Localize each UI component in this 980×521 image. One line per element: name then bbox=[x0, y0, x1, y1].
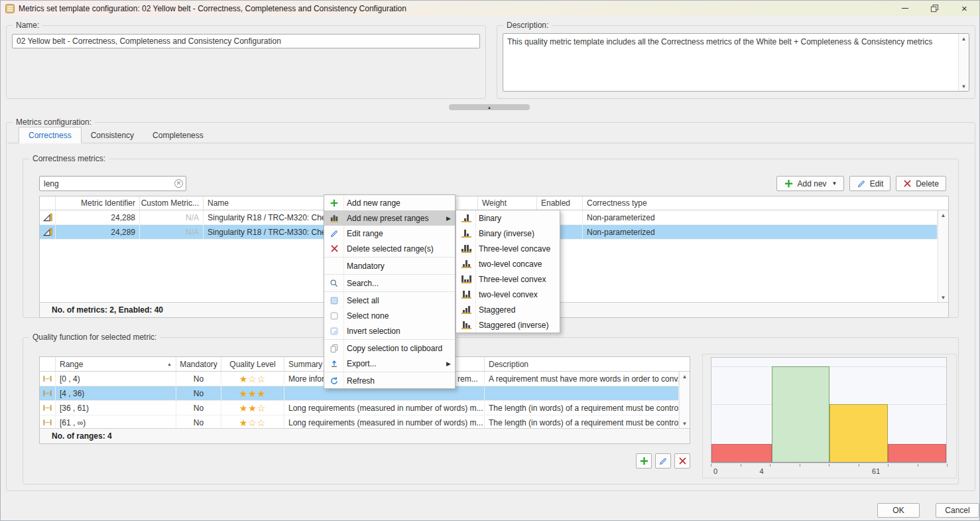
chart-tick bbox=[888, 464, 888, 467]
metrics-col-enabled[interactable]: Enabled bbox=[537, 196, 583, 210]
clear-search-icon[interactable]: ✕ bbox=[174, 179, 183, 188]
description-value: A requirement must have more words in or… bbox=[485, 372, 679, 386]
metrics-col-correctness-type[interactable]: Correctness type bbox=[583, 196, 948, 210]
metrics-table-scrollbar[interactable]: ▲ ▼ bbox=[938, 210, 948, 302]
scroll-up-icon[interactable]: ▲ bbox=[680, 372, 690, 381]
quality-col-quality-level[interactable]: Quality Level bbox=[221, 357, 284, 371]
metrics-col-metric-identifier[interactable]: Metric Identifier bbox=[56, 196, 140, 210]
description-value: The length (in words) of a requirement m… bbox=[485, 401, 679, 415]
quality-col-range[interactable]: Range▲ bbox=[56, 357, 176, 371]
submenu-item-binary[interactable]: Binary bbox=[456, 210, 560, 226]
quality-col-mandatory[interactable]: Mandatory bbox=[176, 357, 221, 371]
description-scrollbar[interactable]: ▲ ▼ bbox=[958, 34, 969, 91]
metrics-search-box: ✕ bbox=[39, 176, 186, 191]
cross-icon bbox=[328, 244, 341, 253]
magnifier-icon bbox=[328, 279, 341, 288]
menu-item-add-new-preset-ranges[interactable]: Add new preset ranges▶ bbox=[324, 210, 455, 226]
submenu-item-three-level-concave[interactable]: Three-level concave bbox=[456, 241, 560, 256]
quality-col-description[interactable]: Description bbox=[485, 357, 690, 371]
metrics-col-icon[interactable] bbox=[40, 196, 56, 210]
description-textarea[interactable]: This quality metric template includes al… bbox=[503, 33, 969, 92]
edit-range-button[interactable] bbox=[655, 453, 671, 469]
menu-item-mandatory[interactable]: Mandatory bbox=[324, 258, 455, 273]
tab-strip: CorrectnessConsistencyCompleteness bbox=[7, 127, 974, 143]
name-input[interactable] bbox=[12, 34, 480, 48]
quality-range-row[interactable]: [61 , ∞)No★☆☆Long requirements (measured… bbox=[40, 415, 679, 428]
menu-item-label: Export... bbox=[347, 359, 377, 368]
menu-item-copy-selection-to-clipboard[interactable]: Copy selection to clipboard bbox=[324, 340, 455, 356]
close-button[interactable]: × bbox=[949, 1, 979, 16]
name-group: Name: bbox=[6, 25, 486, 99]
menu-item-delete-selected-range-s[interactable]: Delete selected range(s) bbox=[324, 241, 455, 256]
metrics-table-header: Metric Identifier Custom Metric... Name … bbox=[40, 196, 948, 210]
quality-function-group: Quality function for selected metric: Ra… bbox=[23, 337, 959, 484]
invert-icon bbox=[328, 327, 341, 336]
menu-item-export[interactable]: Export...▶ bbox=[324, 356, 455, 371]
menu-item-search[interactable]: Search... bbox=[324, 275, 455, 291]
tab-correctness[interactable]: Correctness bbox=[19, 127, 82, 143]
menu-item-select-none[interactable]: Select none bbox=[324, 308, 455, 323]
quality-level-stars: ★★★ bbox=[221, 386, 284, 400]
scroll-up-icon[interactable]: ▲ bbox=[959, 34, 969, 43]
submenu-item-two-level-concave[interactable]: two-level concave bbox=[456, 256, 560, 271]
chart-tick bbox=[741, 464, 741, 467]
metrics-col-custom-metric[interactable]: Custom Metric... bbox=[140, 196, 204, 210]
ok-button[interactable]: OK bbox=[877, 503, 920, 518]
staggered-chart-icon bbox=[459, 305, 473, 314]
metric-identifier: 24,289 bbox=[56, 225, 140, 239]
submenu-item-label: Binary bbox=[479, 214, 501, 223]
scroll-up-icon[interactable]: ▲ bbox=[938, 210, 948, 220]
correctness-metrics-label: Correctness metrics: bbox=[29, 154, 109, 163]
menu-separator bbox=[324, 339, 455, 340]
chart-tick bbox=[829, 464, 829, 467]
minimize-button[interactable] bbox=[890, 1, 920, 16]
edit-label: Edit bbox=[870, 179, 884, 188]
metric-identifier: 24,288 bbox=[56, 210, 140, 224]
menu-item-edit-range[interactable]: Edit range bbox=[324, 226, 455, 241]
cancel-button[interactable]: Cancel bbox=[936, 503, 979, 518]
menu-item-label: Edit range bbox=[347, 229, 383, 238]
quality-col-icon[interactable] bbox=[40, 357, 56, 371]
range-value: [0 , 4) bbox=[56, 372, 176, 386]
two-level-convex-chart-icon bbox=[459, 290, 473, 299]
summary-value: Long requirements (measured in number of… bbox=[284, 401, 485, 415]
quality-table-scrollbar[interactable]: ▲ ▼ bbox=[679, 372, 690, 428]
quality-table-footer: No. of ranges: 4 bbox=[40, 428, 690, 443]
menu-item-select-all[interactable]: Select all bbox=[324, 293, 455, 308]
scroll-down-icon[interactable]: ▼ bbox=[959, 82, 969, 91]
add-range-button[interactable] bbox=[636, 453, 652, 469]
tab-consistency[interactable]: Consistency bbox=[82, 127, 143, 143]
metrics-col-weight[interactable]: Weight bbox=[478, 196, 537, 210]
menu-item-invert-selection[interactable]: Invert selection bbox=[324, 323, 455, 338]
restore-button[interactable] bbox=[920, 1, 949, 16]
range-icon bbox=[40, 386, 56, 400]
description-group-label: Description: bbox=[503, 21, 552, 30]
delete-range-button[interactable] bbox=[674, 453, 690, 469]
mandatory-value: No bbox=[176, 372, 221, 386]
metrics-configuration-label: Metrics configuration: bbox=[13, 117, 95, 127]
submenu-item-staggered[interactable]: Staggered bbox=[456, 302, 560, 317]
chart-tick bbox=[770, 464, 770, 467]
chart-bar-4-36 bbox=[772, 366, 829, 463]
splitter-handle[interactable]: ▲ bbox=[449, 104, 530, 110]
scroll-down-icon[interactable]: ▼ bbox=[680, 419, 690, 428]
add-new-button[interactable]: Add nev ▼ bbox=[776, 176, 844, 191]
submenu-item-two-level-convex[interactable]: two-level convex bbox=[456, 287, 560, 302]
chevron-down-icon: ▼ bbox=[832, 181, 837, 186]
description-value: The length (in words) of a requirement m… bbox=[485, 415, 679, 428]
binary-chart-icon bbox=[459, 214, 473, 222]
scroll-down-icon[interactable]: ▼ bbox=[938, 293, 948, 302]
metric-icon-cell bbox=[40, 210, 56, 224]
search-input[interactable] bbox=[40, 177, 171, 190]
edit-button[interactable]: Edit bbox=[849, 176, 890, 191]
delete-button[interactable]: Delete bbox=[896, 176, 946, 191]
submenu-item-staggered-inverse[interactable]: Staggered (inverse) bbox=[456, 317, 560, 333]
submenu-item-binary-inverse[interactable]: Binary (inverse) bbox=[456, 226, 560, 241]
menu-item-label: Copy selection to clipboard bbox=[347, 344, 442, 353]
tab-completeness[interactable]: Completeness bbox=[143, 127, 213, 143]
menu-item-refresh[interactable]: Refresh bbox=[324, 373, 455, 388]
submenu-item-label: Three-level convex bbox=[479, 275, 546, 284]
submenu-item-three-level-convex[interactable]: Three-level convex bbox=[456, 271, 560, 287]
menu-item-add-new-range[interactable]: Add new range bbox=[324, 195, 455, 210]
quality-range-row[interactable]: [36 , 61)No★★☆Long requirements (measure… bbox=[40, 401, 679, 415]
